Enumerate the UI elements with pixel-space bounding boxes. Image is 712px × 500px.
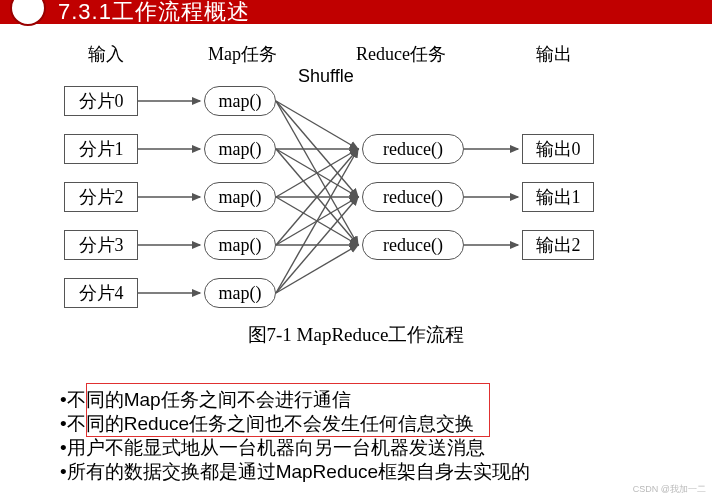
watermark: CSDN @我加一二 — [633, 483, 706, 496]
bullet-item: 所有的数据交换都是通过MapReduce框架自身去实现的 — [60, 460, 530, 484]
university-seal-icon — [10, 0, 46, 26]
bullet-item: 不同的Reduce任务之间也不会发生任何信息交换 — [60, 412, 530, 436]
svg-line-19 — [276, 245, 358, 293]
svg-line-17 — [276, 149, 358, 293]
slide-title: 7.3.1工作流程概述 — [58, 0, 250, 27]
mapreduce-diagram: 输入 Map任务 Reduce任务 输出 Shuffle 分片0 分片1 分片2… — [46, 42, 666, 342]
bullet-item: 用户不能显式地从一台机器向另一台机器发送消息 — [60, 436, 530, 460]
slide-header: 7.3.1工作流程概述 — [0, 0, 712, 24]
figure-caption: 图7-1 MapReduce工作流程 — [46, 322, 666, 348]
bullet-item: 不同的Map任务之间不会进行通信 — [60, 388, 530, 412]
svg-line-5 — [276, 101, 358, 149]
bullet-list: 不同的Map任务之间不会进行通信 不同的Reduce任务之间也不会发生任何信息交… — [60, 388, 530, 484]
arrows-svg — [46, 42, 666, 342]
